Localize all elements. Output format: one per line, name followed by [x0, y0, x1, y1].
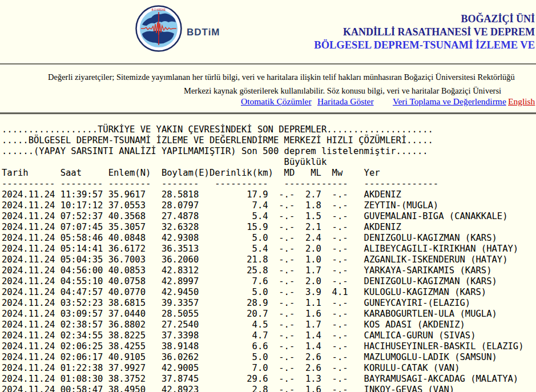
table-row: 2024.11.24 05:04:35 36.7003 36.2060 21.8…: [2, 254, 524, 265]
table-row: 2024.11.24 03:52:23 38.6815 39.3357 28.9…: [2, 298, 524, 309]
kandilli-logo: B.Ü KRDAE: [135, 5, 182, 52]
page-title: BOĞAZİÇİ ÜNİ KANDİLLİ RASATHANESİ VE DEP…: [314, 13, 536, 52]
link-haritada-goster[interactable]: Haritada Göster: [317, 96, 374, 107]
disclaimer-line-1: Değerli ziyaretçiler; Sitemizde yayımlan…: [48, 72, 515, 82]
link-veri-toplama[interactable]: Veri Toplama ve Değerlendirme: [393, 96, 506, 107]
separator-row: ---------- -------- -------- ------- ---…: [2, 179, 524, 189]
earthquake-list: ..................TÜRKİYE VE YAKIN ÇEVRE…: [2, 124, 524, 392]
table-row: 2024.11.24 01:08:30 38.3752 37.8745 29.6…: [2, 374, 524, 385]
table-row: 2024.11.24 02:06:25 38.4255 38.9148 6.6 …: [2, 341, 524, 352]
table-row: 2024.11.24 01:22:38 37.9927 42.9005 7.0 …: [2, 363, 524, 374]
table-row: 2024.11.24 10:17:12 37.0553 28.0797 7.4 …: [2, 200, 524, 211]
table-row: 2024.11.24 04:55:10 40.0758 42.8997 7.6 …: [2, 276, 524, 287]
table-row: 2024.11.24 03:09:57 37.0440 28.5055 20.7…: [2, 309, 524, 320]
title-line-center: BÖLGESEL DEPREM-TSUNAMİ İZLEME VE: [314, 39, 535, 52]
nav-divider: [0, 112, 536, 115]
table-row: 2024.11.24 07:07:45 35.3057 32.6328 15.9…: [2, 222, 524, 233]
disclaimer-line-2: Merkezi kaynak gösterilerek kullanılabil…: [184, 86, 501, 96]
table-row: 2024.11.24 02:38:57 36.8802 27.2540 4.5 …: [2, 320, 524, 330]
table-row: 2024.11.24 04:47:57 40.0770 42.9450 5.0 …: [2, 287, 524, 298]
table-row: 2024.11.24 04:56:00 40.0853 42.8312 25.8…: [2, 265, 524, 276]
bdtim-label: BDTiM: [187, 27, 220, 38]
table-row: 2024.11.24 07:52:37 40.3568 27.4878 5.4 …: [2, 211, 524, 222]
header-divider: [0, 63, 536, 65]
list-heading-line: ..................TÜRKİYE VE YAKIN ÇEVRE…: [2, 124, 524, 135]
table-row: 2024.11.24 02:34:55 38.8225 37.3398 4.7 …: [2, 330, 524, 341]
link-otomatik-cozumler[interactable]: Otomatik Çözümler: [241, 96, 312, 107]
table-row: 2024.11.24 05:14:41 36.6172 36.3513 5.4 …: [2, 244, 524, 254]
table-row: 2024.11.24 11:39:57 35.9617 28.5818 17.9…: [2, 189, 524, 200]
table-row: 2024.11.24 02:06:17 40.9105 36.0262 5.0 …: [2, 352, 524, 363]
globe-seismograph-logo-icon: B.Ü KRDAE: [135, 5, 182, 52]
list-heading-line: ......(YAPAY SARSINTI ANALİZİ YAPILMAMIŞ…: [2, 146, 524, 157]
koeri-earthquake-page: B.Ü KRDAE BDTiM BOĞAZİÇİ ÜNİ KANDİLLİ RA…: [0, 0, 536, 392]
table-row: 2024.11.24 05:58:46 40.0848 42.9308 5.0 …: [2, 233, 524, 244]
list-heading-line: .....BÖLGESEL DEPREM-TSUNAMİ İZLEME VE D…: [2, 135, 524, 146]
title-line-university: BOĞAZİÇİ ÜNİ: [314, 13, 535, 26]
title-line-observatory: KANDİLLİ RASATHANESİ VE DEPREM: [314, 26, 535, 39]
table-row: 2024.11.24 00:58:47 38.4950 42.8923 2.8 …: [2, 385, 524, 392]
logo-top-text: B.Ü KRDAE: [152, 8, 166, 11]
column-header-row: Tarih Saat Enlem(N) Boylam(E)Derinlik(km…: [2, 168, 524, 179]
link-english[interactable]: English: [508, 96, 535, 107]
magnitude-group-label: Büyüklük: [2, 157, 524, 168]
